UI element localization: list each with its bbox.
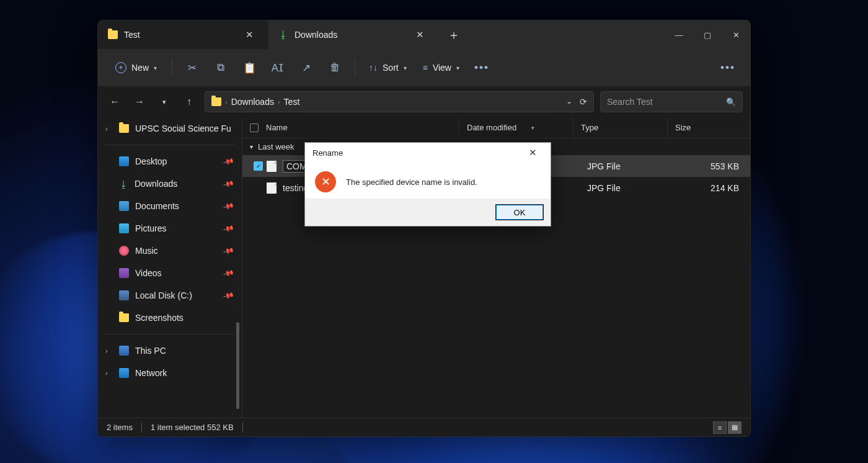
maximize-button[interactable]: ▢ — [693, 20, 722, 49]
delete-button[interactable]: 🗑 — [322, 55, 347, 80]
select-all-checkbox[interactable] — [250, 124, 259, 132]
view-icon: ≡ — [423, 63, 428, 73]
sidebar-item-documents[interactable]: Documents📌 — [98, 195, 242, 217]
chevron-down-icon: ▾ — [404, 65, 407, 71]
tab-close-icon[interactable]: ✕ — [241, 27, 259, 43]
sidebar-item-label: Desktop — [135, 156, 167, 166]
sidebar-item-label: Network — [135, 368, 167, 378]
view-label: View — [433, 63, 451, 73]
folder-icon — [211, 97, 221, 106]
mus-i — [119, 246, 129, 256]
status-bar: 2 items 1 item selected 552 KB ≡ ▦ — [98, 418, 750, 436]
refresh-button[interactable]: ⟳ — [580, 97, 587, 107]
sidebar-item-label: Documents — [135, 201, 179, 211]
sidebar-item-pictures[interactable]: Pictures📌 — [98, 217, 242, 240]
tab-test[interactable]: Test ✕ — [98, 20, 268, 49]
new-button[interactable]: + New ▾ — [108, 58, 164, 77]
chevron-down-icon: ▾ — [456, 65, 459, 71]
file-explorer-window: Test ✕ ⭳ Downloads ✕ ＋ — ▢ ✕ + New ▾ ✂ ⧉… — [97, 20, 751, 437]
search-input[interactable]: Search Test 🔍 — [600, 91, 743, 112]
ok-button[interactable]: OK — [496, 205, 543, 220]
sort-button[interactable]: ↑↓ Sort ▾ — [363, 59, 413, 76]
new-button-label: New — [131, 63, 149, 73]
row-checkbox[interactable] — [254, 183, 263, 192]
new-tab-button[interactable]: ＋ — [439, 27, 469, 43]
chevron-down-icon: ▾ — [250, 143, 253, 150]
breadcrumb-segment[interactable]: Downloads — [231, 97, 274, 107]
column-name[interactable]: Name — [242, 117, 459, 138]
chevron-right-icon[interactable]: › — [105, 369, 108, 377]
rename-button[interactable]: Aⵊ — [265, 55, 290, 80]
forward-button[interactable]: → — [130, 92, 149, 111]
chevron-right-icon[interactable]: › — [105, 347, 108, 354]
dialog-message: The specified device name is invalid. — [346, 178, 477, 187]
sidebar-item-music[interactable]: Music📌 — [98, 240, 242, 262]
recent-locations-button[interactable]: ▾ — [155, 92, 174, 111]
sidebar-section-this-pc[interactable]: ›This PC — [98, 339, 242, 362]
address-bar[interactable]: › Downloads › Test ⌄ ⟳ — [205, 91, 594, 112]
pin-icon: 📌 — [223, 222, 235, 235]
sidebar-item-videos[interactable]: Videos📌 — [98, 262, 242, 284]
pin-icon: 📌 — [223, 289, 235, 302]
details-view-button[interactable]: ≡ — [713, 421, 727, 434]
tab-downloads[interactable]: ⭳ Downloads ✕ — [268, 20, 439, 49]
download-icon: ⭳ — [278, 29, 288, 40]
sidebar-item-label: Screenshots — [135, 313, 184, 323]
separator — [141, 423, 142, 433]
desk-i — [119, 156, 129, 166]
sidebar-item-label: Local Disk (C:) — [135, 290, 192, 300]
copy-button[interactable]: ⧉ — [208, 55, 233, 80]
dialog-close-button[interactable]: ✕ — [522, 144, 543, 161]
large-icons-view-button[interactable]: ▦ — [728, 421, 742, 434]
divider — [105, 145, 234, 145]
chevron-right-icon[interactable]: › — [105, 125, 108, 132]
plus-icon: + — [115, 62, 126, 73]
scrollbar-thumb[interactable] — [236, 322, 239, 409]
sidebar-item-label: UPSC Social Science Fu — [135, 124, 231, 133]
group-label: Last week — [258, 142, 294, 151]
row-checkbox[interactable]: ✓ — [254, 161, 263, 171]
tab-close-icon[interactable]: ✕ — [411, 27, 429, 43]
sidebar-section-network[interactable]: ›Network — [98, 362, 242, 384]
column-label: Name — [266, 123, 288, 132]
disk-i — [119, 290, 129, 300]
share-button[interactable]: ↗ — [294, 55, 319, 80]
paste-button[interactable]: 📋 — [237, 55, 262, 80]
separator — [242, 423, 243, 433]
breadcrumb-sep: › — [225, 98, 228, 106]
view-button[interactable]: ≡ View ▾ — [417, 59, 466, 76]
column-type[interactable]: Type — [574, 117, 668, 138]
overflow-button[interactable]: ••• — [715, 55, 740, 80]
column-date[interactable]: Date modified ▾ — [459, 117, 574, 138]
file-icon — [267, 161, 277, 172]
up-button[interactable]: ↑ — [180, 92, 198, 111]
file-type: JPG File — [580, 183, 674, 193]
column-label: Date modified — [467, 123, 516, 132]
nav-row: ← → ▾ ↑ › Downloads › Test ⌄ ⟳ Search Te… — [98, 86, 750, 117]
close-button[interactable]: ✕ — [722, 20, 750, 49]
sidebar-item-desktop[interactable]: Desktop📌 — [98, 150, 242, 173]
sidebar-item-downloads[interactable]: ⭳Downloads📌 — [98, 173, 242, 195]
pin-icon: 📌 — [223, 200, 235, 212]
column-size[interactable]: Size — [668, 117, 750, 138]
view-switcher: ≡ ▦ — [713, 421, 742, 434]
folder-icon — [119, 313, 129, 322]
cut-button[interactable]: ✂ — [180, 55, 205, 80]
toolbar: + New ▾ ✂ ⧉ 📋 Aⵊ ↗ 🗑 ↑↓ Sort ▾ ≡ View ▾ … — [98, 49, 750, 86]
rename-dialog: Rename ✕ ✕ The specified device name is … — [304, 142, 551, 227]
selection-info: 1 item selected 552 KB — [151, 423, 234, 432]
tab-label: Test — [124, 30, 140, 40]
minimize-button[interactable]: — — [665, 20, 693, 49]
sidebar-item-label: Music — [135, 246, 158, 256]
back-button[interactable]: ← — [105, 92, 124, 111]
history-dropdown-icon[interactable]: ⌄ — [566, 97, 572, 107]
sidebar-item-local-disk-c-[interactable]: Local Disk (C:)📌 — [98, 284, 242, 307]
breadcrumb-segment[interactable]: Test — [284, 97, 300, 107]
divider — [105, 334, 234, 335]
sidebar-tree-item[interactable]: › UPSC Social Science Fu — [98, 117, 242, 140]
more-button[interactable]: ••• — [469, 55, 494, 80]
separator — [355, 58, 355, 77]
doc-i — [119, 201, 129, 211]
sidebar-item-label: Downloads — [135, 179, 177, 189]
sidebar-item-screenshots[interactable]: Screenshots — [98, 307, 242, 329]
